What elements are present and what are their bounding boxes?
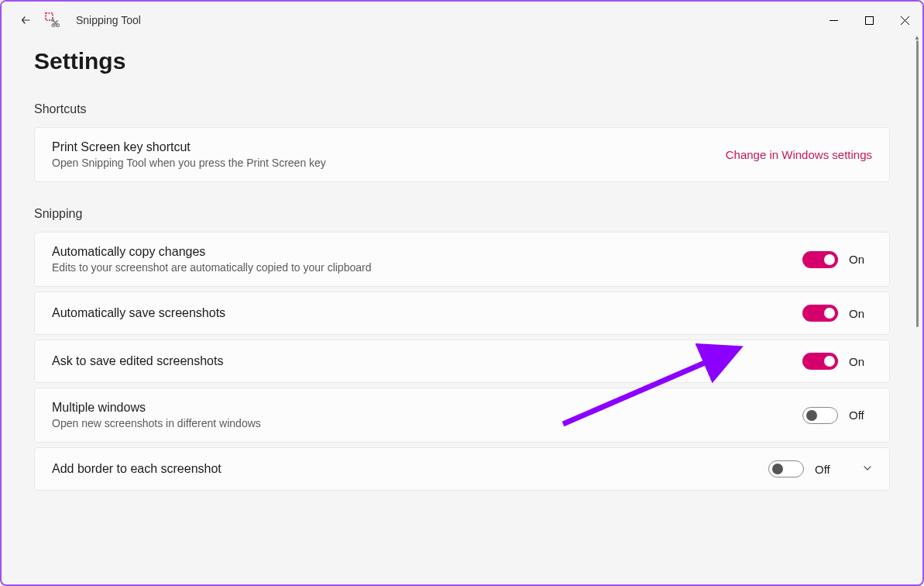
chevron-down-icon[interactable] [863, 464, 872, 475]
minimize-button[interactable] [816, 8, 851, 33]
auto-save-state: On [849, 307, 872, 320]
toggle-knob [806, 410, 817, 421]
print-screen-title: Print Screen key shortcut [52, 140, 726, 154]
ask-save-toggle-container: On [802, 353, 872, 370]
auto-save-toggle[interactable] [802, 305, 838, 322]
add-border-text: Add border to each screenshot [52, 462, 768, 476]
titlebar: Snipping Tool [2, 2, 922, 39]
auto-copy-state: On [849, 253, 872, 266]
add-border-state: Off [815, 463, 838, 476]
close-button[interactable] [887, 8, 922, 33]
minimize-icon [830, 16, 838, 25]
back-button[interactable] [17, 11, 36, 29]
multi-windows-subtitle: Open new screenshots in different window… [52, 417, 802, 429]
auto-copy-text: Automatically copy changes Edits to your… [52, 245, 802, 274]
auto-save-toggle-container: On [802, 305, 872, 322]
scrollbar[interactable] [914, 40, 920, 582]
page-title: Settings [34, 48, 890, 74]
app-icon [45, 12, 60, 28]
back-arrow-icon [20, 14, 33, 26]
titlebar-left: Snipping Tool [2, 11, 141, 29]
add-border-toggle[interactable] [768, 460, 804, 477]
ask-save-toggle[interactable] [802, 353, 838, 370]
ask-save-text: Ask to save edited screenshots [52, 354, 802, 368]
multi-windows-text: Multiple windows Open new screenshots in… [52, 401, 802, 429]
window-controls [816, 8, 922, 33]
shortcuts-section-title: Shortcuts [34, 102, 890, 116]
toggle-knob [824, 356, 835, 367]
ask-save-title: Ask to save edited screenshots [52, 354, 802, 368]
add-border-toggle-container: Off [768, 460, 872, 477]
print-screen-subtitle: Open Snipping Tool when you press the Pr… [52, 157, 726, 169]
close-icon [901, 16, 909, 25]
auto-copy-card: Automatically copy changes Edits to your… [34, 232, 890, 287]
auto-save-text: Automatically save screenshots [52, 306, 802, 320]
app-title: Snipping Tool [76, 14, 141, 26]
maximize-button[interactable] [851, 8, 887, 33]
auto-copy-title: Automatically copy changes [52, 245, 802, 259]
auto-copy-subtitle: Edits to your screenshot are automatical… [52, 261, 802, 274]
print-screen-card: Print Screen key shortcut Open Snipping … [34, 127, 890, 182]
ask-save-state: On [849, 355, 872, 368]
multi-windows-title: Multiple windows [52, 401, 802, 415]
toggle-knob [824, 308, 835, 319]
add-border-card[interactable]: Add border to each screenshot Off [34, 447, 890, 491]
add-border-title: Add border to each screenshot [52, 462, 768, 476]
multi-windows-card: Multiple windows Open new screenshots in… [34, 388, 890, 443]
multi-windows-state: Off [849, 408, 872, 422]
scrollbar-thumb[interactable] [916, 40, 919, 327]
snipping-section-title: Snipping [34, 207, 890, 221]
multi-windows-toggle[interactable] [802, 407, 838, 424]
toggle-knob [824, 254, 835, 265]
toggle-knob [772, 464, 783, 474]
ask-save-card: Ask to save edited screenshots On [34, 340, 890, 383]
auto-copy-toggle[interactable] [802, 251, 838, 268]
svg-rect-5 [865, 16, 873, 24]
settings-content: Settings Shortcuts Print Screen key shor… [2, 39, 922, 584]
maximize-icon [865, 16, 874, 25]
multi-windows-toggle-container: Off [802, 407, 872, 424]
auto-save-card: Automatically save screenshots On [34, 291, 890, 335]
auto-copy-toggle-container: On [802, 251, 872, 268]
print-screen-text: Print Screen key shortcut Open Snipping … [52, 140, 726, 169]
change-windows-settings-link[interactable]: Change in Windows settings [726, 148, 872, 161]
auto-save-title: Automatically save screenshots [52, 306, 802, 320]
